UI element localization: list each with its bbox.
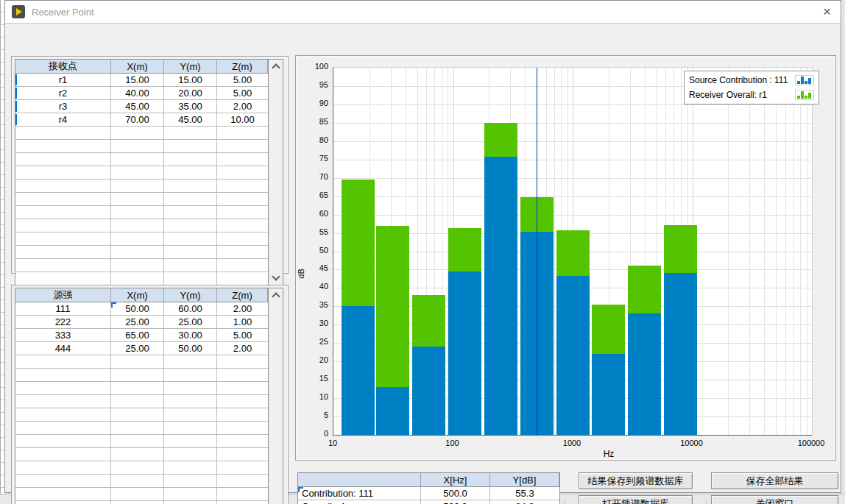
table-cell[interactable]: 50.00 [164,342,217,355]
scroll-down-icon[interactable] [272,272,280,280]
table-cell[interactable] [217,140,268,152]
table-cell[interactable] [217,180,268,192]
table-cell[interactable] [15,259,111,271]
table-cell[interactable]: 1.00 [217,316,268,328]
table-cell[interactable] [217,501,268,504]
table-cell[interactable] [217,355,268,368]
table-cell[interactable] [15,153,111,166]
table-cell[interactable] [217,382,268,394]
table-cell[interactable] [111,355,164,368]
save-all-results-button[interactable]: 保存全部结果 [711,472,838,489]
table-cell[interactable] [15,127,111,139]
table-cell[interactable] [164,448,217,461]
table-cell[interactable] [217,166,268,179]
table-cell[interactable]: 15.00 [111,74,164,86]
table-cell[interactable] [217,369,268,381]
table-cell[interactable] [217,193,268,205]
table-cell[interactable] [15,272,111,285]
table-cell[interactable] [15,369,111,381]
table-cell[interactable] [164,180,217,192]
table-cell[interactable] [164,488,217,500]
table-cell[interactable] [164,140,217,152]
table-cell[interactable] [15,246,111,258]
table-cell[interactable]: r4 [15,113,111,126]
table-cell[interactable] [111,219,164,232]
table-cell[interactable] [15,233,111,245]
table-cell[interactable] [164,475,217,487]
table-cell[interactable] [217,461,268,474]
chart-cursor-line[interactable] [537,68,537,435]
table-cell[interactable]: 333 [15,329,111,341]
table-cell[interactable] [111,475,164,487]
table-cell[interactable]: 444 [15,342,111,355]
table-cell[interactable] [164,355,217,368]
table-cell[interactable]: r3 [15,100,111,113]
table-cell[interactable] [111,127,164,139]
close-icon[interactable]: × [823,4,831,20]
scroll-up-icon[interactable] [272,63,280,71]
table-cell[interactable] [164,166,217,179]
open-spectrum-db-button[interactable]: 打开频谱数据库 [579,495,693,504]
table-cell[interactable]: 25.00 [164,316,217,328]
table-cell[interactable] [217,127,268,139]
table-cell[interactable]: 40.00 [111,87,164,99]
table-cell[interactable] [217,488,268,500]
table-cell[interactable]: 25.00 [111,342,164,355]
table-cell[interactable] [15,355,111,368]
table-cell[interactable] [164,272,217,285]
table-cell[interactable] [111,140,164,152]
table-cell[interactable] [164,193,217,205]
table-cell[interactable] [217,395,268,408]
table-cell[interactable]: 15.00 [164,74,217,86]
table-cell[interactable] [111,206,164,219]
table-cell[interactable] [217,233,268,245]
table-cell[interactable] [15,448,111,461]
table-cell[interactable]: 5.00 [217,74,268,86]
table-cell[interactable]: 70.00 [111,113,164,126]
table-cell[interactable]: 2.00 [217,302,268,315]
table-cell[interactable] [217,206,268,219]
table-cell[interactable] [164,127,217,139]
table-cell[interactable]: r2 [15,87,111,99]
table-cell[interactable] [111,501,164,504]
table-cell[interactable] [111,233,164,245]
table-cell[interactable] [15,140,111,152]
table-cell[interactable] [164,422,217,434]
table-cell[interactable] [15,193,111,205]
source-table-scrollbar[interactable] [269,288,283,504]
table-cell[interactable]: 60.00 [164,302,217,315]
table-cell[interactable]: 2.00 [217,342,268,355]
table-cell[interactable] [111,272,164,285]
table-cell[interactable]: 20.00 [164,87,217,99]
table-cell[interactable] [164,206,217,219]
table-cell[interactable] [217,422,268,434]
table-cell[interactable] [217,153,268,166]
table-cell[interactable] [111,382,164,394]
table-cell[interactable] [111,408,164,421]
table-cell[interactable] [111,166,164,179]
scroll-up-icon[interactable] [272,292,280,300]
table-cell[interactable] [217,408,268,421]
table-cell[interactable] [164,395,217,408]
table-cell[interactable] [164,461,217,474]
table-cell[interactable]: 5.00 [217,329,268,341]
table-cell[interactable] [111,448,164,461]
table-cell[interactable] [111,395,164,408]
table-cell[interactable] [15,435,111,447]
table-cell[interactable]: 45.00 [164,113,217,126]
receiver-table-scrollbar[interactable] [269,59,283,285]
table-cell[interactable] [217,435,268,447]
table-cell[interactable]: 222 [15,316,111,328]
table-cell[interactable] [111,369,164,381]
table-cell[interactable]: 25.00 [111,316,164,328]
table-cell[interactable]: 35.00 [164,100,217,113]
table-cell[interactable]: 30.00 [164,329,217,341]
table-cell[interactable] [164,259,217,271]
table-cell[interactable] [217,246,268,258]
table-cell[interactable] [164,219,217,232]
table-cell[interactable] [15,461,111,474]
table-cell[interactable]: 111 [15,302,111,315]
table-cell[interactable] [15,501,111,504]
table-cell[interactable]: r1 [15,74,111,86]
table-cell[interactable] [164,435,217,447]
